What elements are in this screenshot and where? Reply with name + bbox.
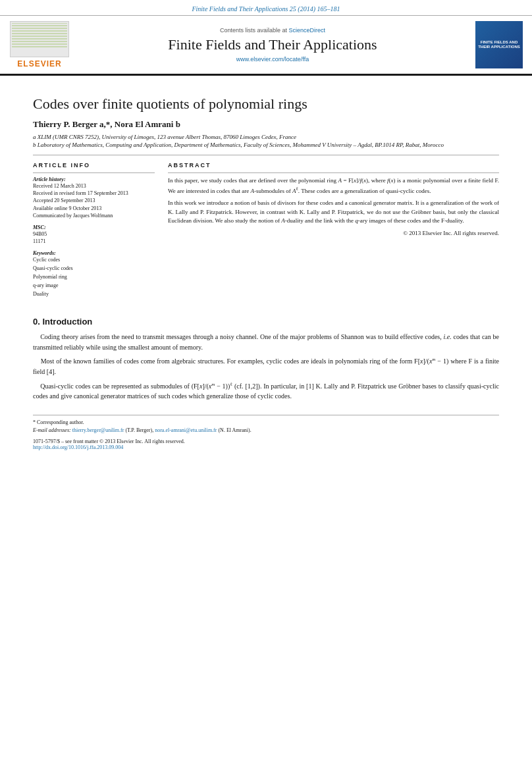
journal-header: ELSEVIER Contents lists available at Sci…	[0, 15, 532, 76]
email-berger[interactable]: thierry.berger@unilim.fr	[72, 427, 124, 433]
authors-line: Thierry P. Berger a,*, Nora El Amrani b	[33, 119, 499, 130]
page: Finite Fields and Their Applications 25 …	[0, 0, 532, 765]
communicated-by: Communicated by Jacques Wolfmann	[33, 212, 155, 219]
divider-1	[33, 155, 499, 155]
intro-para-1: Coding theory arises from the need to tr…	[33, 332, 499, 352]
elsevier-logo-image	[10, 21, 69, 57]
footnote-area: * Corresponding author. E-mail addresses…	[33, 415, 499, 435]
section-title: 0. Introduction	[33, 317, 499, 327]
accepted-date: Accepted 20 September 2013	[33, 197, 155, 204]
journal-ref-bar: Finite Fields and Their Applications 25 …	[0, 0, 532, 15]
article-title: Codes over finite quotients of polynomia…	[33, 95, 499, 113]
keywords-label: Keywords:	[33, 250, 155, 256]
two-column-layout: Article Info Article history: Received 1…	[33, 162, 499, 303]
article-info-header: Article Info	[33, 162, 155, 169]
email-footnote: E-mail addresses: thierry.berger@unilim.…	[33, 427, 499, 435]
email-amrani[interactable]: nora.el-amrani@etu.unilim.fr	[155, 427, 217, 433]
affiliation-a: a XLIM (UMR CNRS 7252), University of Li…	[33, 134, 499, 140]
logo-box-text: FINITE FIELDS AND THEIR APPLICATIONS	[478, 40, 520, 49]
msc-label: MSC:	[33, 224, 155, 230]
keywords-group: Keywords: Cyclic codes Quasi-cyclic code…	[33, 250, 155, 298]
abstract-header: Abstract	[168, 162, 499, 169]
journal-url[interactable]: www.elsevier.com/locate/ffa	[236, 56, 309, 63]
journal-center: Contents lists available at ScienceDirec…	[79, 21, 466, 68]
abstract-copyright: © 2013 Elsevier Inc. All rights reserved…	[168, 230, 499, 236]
article-content: Codes over finite quotients of polynomia…	[0, 76, 532, 463]
journal-logo-right: FINITE FIELDS AND THEIR APPLICATIONS	[473, 21, 525, 68]
revised-date: Received in revised form 17 September 20…	[33, 190, 155, 197]
article-info-block: Article history: Received 12 March 2013 …	[33, 172, 155, 298]
author-names: Thierry P. Berger a,*, Nora El Amrani b	[33, 119, 180, 129]
doi-link[interactable]: http://dx.doi.org/10.1016/j.ffa.2013.09.…	[33, 444, 499, 450]
received-date: Received 12 March 2013	[33, 182, 155, 190]
available-date: Available online 9 October 2013	[33, 205, 155, 212]
copyright-footer-text: 1071-5797/$ – see front matter © 2013 El…	[33, 438, 499, 444]
keywords-list: Cyclic codes Quasi-cyclic codes Polynomi…	[33, 256, 155, 298]
corresponding-author-note: * Corresponding author.	[33, 419, 499, 427]
introduction-section: 0. Introduction Coding theory arises fro…	[33, 317, 499, 402]
abstract-text-2: In this work we introduce a notion of ba…	[168, 199, 499, 226]
elsevier-logo: ELSEVIER	[7, 21, 72, 68]
copyright-footer: 1071-5797/$ – see front matter © 2013 El…	[33, 438, 499, 450]
sciencedirect-link[interactable]: ScienceDirect	[289, 27, 326, 34]
abstract-text-1: In this paper, we study codes that are d…	[168, 176, 499, 196]
elsevier-brand: ELSEVIER	[17, 59, 61, 68]
email-label: E-mail addresses:	[33, 427, 72, 433]
journal-title-header: Finite Fields and Their Applications	[168, 36, 377, 53]
history-group: Article history: Received 12 March 2013 …	[33, 176, 155, 219]
intro-para-3: Quasi-cyclic codes can be represented as…	[33, 381, 499, 402]
history-label: Article history:	[33, 176, 155, 182]
affiliation-b: b Laboratory of Mathematics, Computing a…	[33, 142, 499, 148]
abstract-block: In this paper, we study codes that are d…	[168, 172, 499, 236]
intro-para-2: Most of the known families of codes come…	[33, 356, 499, 377]
abstract-column: Abstract In this paper, we study codes t…	[168, 162, 499, 303]
journal-logo-box: FINITE FIELDS AND THEIR APPLICATIONS	[475, 21, 523, 68]
sciencedirect-line: Contents lists available at ScienceDirec…	[220, 27, 325, 34]
journal-reference: Finite Fields and Their Applications 25 …	[192, 5, 340, 13]
article-info-column: Article Info Article history: Received 1…	[33, 162, 155, 303]
msc-group: MSC: 94B0511171	[33, 224, 155, 245]
msc-codes: 94B0511171	[33, 230, 155, 245]
